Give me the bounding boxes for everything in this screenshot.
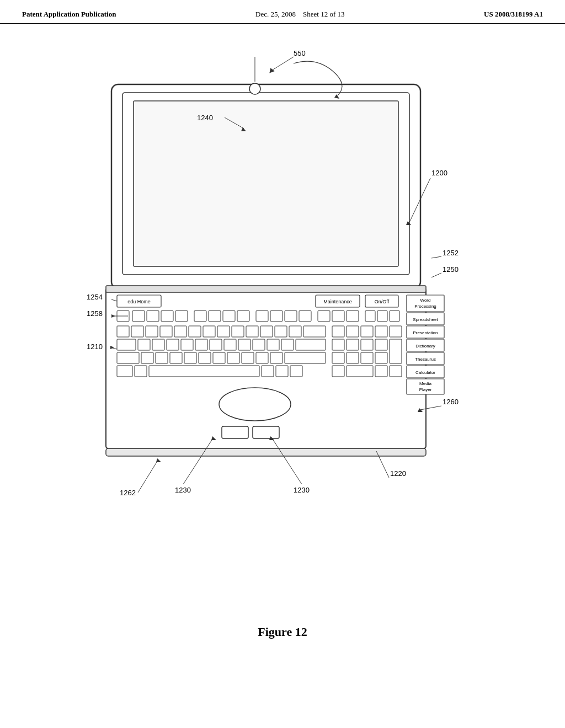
- svg-rect-110: [390, 366, 402, 377]
- svg-rect-38: [256, 311, 268, 322]
- svg-rect-79: [296, 339, 326, 350]
- svg-rect-42: [318, 311, 330, 322]
- svg-rect-92: [227, 352, 239, 363]
- svg-rect-74: [224, 339, 236, 350]
- svg-rect-90: [199, 352, 211, 363]
- header-publication-type: Patent Application Publication: [22, 10, 116, 19]
- label-1260: 1260: [443, 398, 459, 406]
- svg-rect-45: [365, 311, 375, 322]
- svg-rect-112: [222, 426, 248, 438]
- svg-rect-51: [160, 326, 172, 337]
- svg-rect-40: [285, 311, 297, 322]
- svg-rect-41: [299, 311, 311, 322]
- svg-line-127: [138, 459, 158, 493]
- svg-rect-81: [347, 339, 359, 350]
- svg-rect-83: [375, 339, 387, 350]
- svg-rect-95: [270, 352, 282, 363]
- svg-rect-57: [246, 326, 258, 337]
- label-1240: 1240: [197, 114, 213, 122]
- svg-rect-97: [332, 352, 344, 363]
- label-1250: 1250: [443, 265, 459, 274]
- svg-rect-75: [238, 339, 250, 350]
- label-550: 550: [294, 49, 306, 57]
- svg-rect-88: [170, 352, 182, 363]
- svg-rect-100: [375, 352, 387, 363]
- svg-rect-68: [138, 339, 150, 350]
- svg-rect-64: [361, 326, 373, 337]
- svg-rect-80: [332, 339, 344, 350]
- svg-rect-59: [275, 326, 287, 337]
- svg-line-116: [271, 57, 294, 71]
- svg-text:Thesaurus: Thesaurus: [415, 357, 436, 362]
- svg-rect-82: [361, 339, 373, 350]
- svg-rect-96: [285, 352, 326, 363]
- label-1258: 1258: [87, 309, 103, 318]
- svg-rect-47: [390, 311, 399, 322]
- svg-rect-103: [149, 366, 259, 377]
- svg-rect-108: [347, 366, 373, 377]
- label-1252: 1252: [443, 249, 459, 257]
- svg-rect-48: [117, 326, 129, 337]
- svg-rect-60: [289, 326, 301, 337]
- label-1254: 1254: [87, 293, 103, 301]
- svg-rect-46: [377, 311, 387, 322]
- svg-rect-91: [213, 352, 225, 363]
- svg-rect-30: [132, 311, 145, 322]
- header-date-sheet: Dec. 25, 2008 Sheet 12 of 13: [255, 10, 344, 19]
- svg-rect-78: [281, 339, 294, 350]
- svg-rect-49: [131, 326, 143, 337]
- svg-text:Dictionary: Dictionary: [415, 344, 435, 349]
- svg-rect-39: [270, 311, 282, 322]
- svg-point-3: [249, 83, 260, 94]
- label-1220: 1220: [390, 469, 406, 478]
- svg-rect-62: [332, 326, 344, 337]
- svg-rect-44: [347, 311, 359, 322]
- svg-rect-52: [174, 326, 186, 337]
- svg-rect-70: [167, 339, 179, 350]
- header-date: Dec. 25, 2008: [255, 10, 296, 18]
- svg-rect-36: [223, 311, 235, 322]
- svg-rect-54: [203, 326, 215, 337]
- svg-line-119: [431, 256, 441, 258]
- label-1262: 1262: [120, 489, 136, 497]
- label-1230b: 1230: [294, 486, 310, 494]
- svg-rect-109: [375, 366, 387, 377]
- svg-rect-104: [262, 366, 274, 377]
- label-1200: 1200: [431, 169, 447, 177]
- svg-text:On/Off: On/Off: [375, 299, 390, 304]
- svg-rect-84: [390, 339, 402, 363]
- svg-point-111: [219, 388, 291, 421]
- figure-caption: Figure 12: [258, 625, 307, 639]
- svg-rect-37: [237, 311, 249, 322]
- svg-rect-55: [217, 326, 230, 337]
- main-content: edu Home Maintenance On/Off Word Process…: [0, 24, 565, 639]
- svg-text:Word: Word: [420, 298, 431, 303]
- svg-rect-101: [117, 366, 132, 377]
- svg-rect-93: [242, 352, 254, 363]
- diagram-svg: edu Home Maintenance On/Off Word Process…: [56, 40, 509, 619]
- svg-rect-56: [232, 326, 244, 337]
- svg-rect-94: [256, 352, 268, 363]
- svg-rect-63: [347, 326, 359, 337]
- svg-rect-113: [253, 426, 279, 438]
- svg-rect-76: [253, 339, 265, 350]
- svg-rect-102: [135, 366, 147, 377]
- header-patent-number: US 2008/318199 A1: [484, 10, 543, 19]
- svg-rect-43: [332, 311, 344, 322]
- header-sheet: Sheet 12 of 13: [303, 10, 344, 18]
- svg-rect-35: [209, 311, 221, 322]
- svg-rect-77: [267, 339, 279, 350]
- svg-rect-86: [141, 352, 153, 363]
- svg-rect-105: [276, 366, 288, 377]
- svg-rect-87: [156, 352, 168, 363]
- svg-text:Spreadsheet: Spreadsheet: [413, 317, 438, 322]
- svg-rect-61: [303, 326, 326, 337]
- svg-rect-50: [146, 326, 158, 337]
- patent-diagram: edu Home Maintenance On/Off Word Process…: [56, 40, 509, 619]
- svg-rect-34: [194, 311, 206, 322]
- svg-text:Processing: Processing: [414, 304, 436, 309]
- label-1230a: 1230: [175, 486, 191, 494]
- page-header: Patent Application Publication Dec. 25, …: [0, 0, 565, 24]
- svg-rect-72: [195, 339, 207, 350]
- svg-rect-71: [181, 339, 193, 350]
